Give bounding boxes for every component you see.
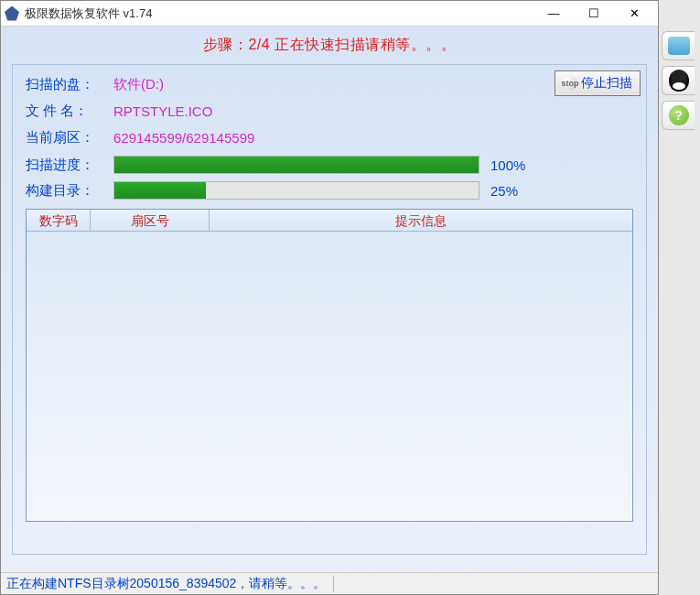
sector-row: 当前扇区： 629145599/629145599 bbox=[26, 129, 633, 146]
cloud-icon bbox=[668, 37, 690, 55]
disk-label: 扫描的盘： bbox=[26, 76, 113, 93]
stop-button-label: 停止扫描 bbox=[581, 75, 632, 92]
col-header-code[interactable]: 数字码 bbox=[27, 210, 91, 231]
status-separator bbox=[333, 576, 334, 592]
dock-item-help[interactable]: ? bbox=[662, 101, 695, 130]
client-area: 步骤：2/4 正在快速扫描请稍等。。。 stop 停止扫描 扫描的盘： 软件(D… bbox=[1, 27, 658, 594]
qq-icon bbox=[669, 70, 689, 92]
stop-icon: stop bbox=[563, 76, 577, 91]
dock-item-qq[interactable] bbox=[662, 66, 695, 95]
build-progress-fill bbox=[114, 182, 206, 199]
table-header: 数字码 扇区号 提示信息 bbox=[27, 210, 632, 232]
file-value: RPTSTYLE.ICO bbox=[113, 103, 212, 119]
scan-progress-label: 扫描进度： bbox=[26, 157, 113, 174]
maximize-button[interactable]: ☐ bbox=[574, 1, 614, 27]
build-progress-bar bbox=[113, 181, 479, 200]
window-title: 极限数据恢复软件 v1.74 bbox=[25, 5, 152, 22]
build-progress-label: 构建目录： bbox=[26, 182, 113, 200]
build-progress-percent: 25% bbox=[490, 183, 518, 199]
main-panel: stop 停止扫描 扫描的盘： 软件(D:) 文 件 名： RPTSTYLE.I… bbox=[12, 64, 647, 555]
scan-progress-row: 扫描进度： 100% bbox=[26, 156, 633, 174]
scan-progress-fill bbox=[114, 157, 479, 173]
status-text: 正在构建NTFS目录树2050156_8394502，请稍等。。。 bbox=[6, 576, 326, 592]
statusbar: 正在构建NTFS目录树2050156_8394502，请稍等。。。 bbox=[1, 572, 658, 594]
titlebar: 极限数据恢复软件 v1.74 — ☐ ✕ bbox=[1, 1, 658, 27]
stop-scan-button[interactable]: stop 停止扫描 bbox=[555, 70, 641, 96]
sector-value: 629145599/629145599 bbox=[113, 130, 254, 146]
disk-row: 扫描的盘： 软件(D:) bbox=[26, 76, 633, 93]
scan-progress-bar bbox=[113, 156, 479, 174]
sector-label: 当前扇区： bbox=[26, 129, 113, 146]
app-window: 极限数据恢复软件 v1.74 — ☐ ✕ 步骤：2/4 正在快速扫描请稍等。。。… bbox=[0, 0, 659, 595]
col-header-sector[interactable]: 扇区号 bbox=[91, 210, 210, 231]
side-dock: ? bbox=[662, 31, 700, 130]
app-icon bbox=[5, 6, 19, 21]
close-button[interactable]: ✕ bbox=[614, 1, 654, 27]
file-row: 文 件 名： RPTSTYLE.ICO bbox=[26, 103, 633, 120]
scan-progress-percent: 100% bbox=[490, 157, 525, 173]
table-body bbox=[27, 232, 632, 521]
help-icon: ? bbox=[669, 105, 689, 125]
disk-value: 软件(D:) bbox=[113, 76, 164, 93]
step-status: 步骤：2/4 正在快速扫描请稍等。。。 bbox=[1, 36, 658, 55]
col-header-msg[interactable]: 提示信息 bbox=[210, 210, 632, 231]
dock-item-cloud[interactable] bbox=[662, 31, 695, 60]
file-label: 文 件 名： bbox=[26, 103, 113, 120]
build-progress-row: 构建目录： 25% bbox=[26, 181, 633, 200]
minimize-button[interactable]: — bbox=[533, 1, 574, 27]
results-table: 数字码 扇区号 提示信息 bbox=[26, 209, 633, 522]
